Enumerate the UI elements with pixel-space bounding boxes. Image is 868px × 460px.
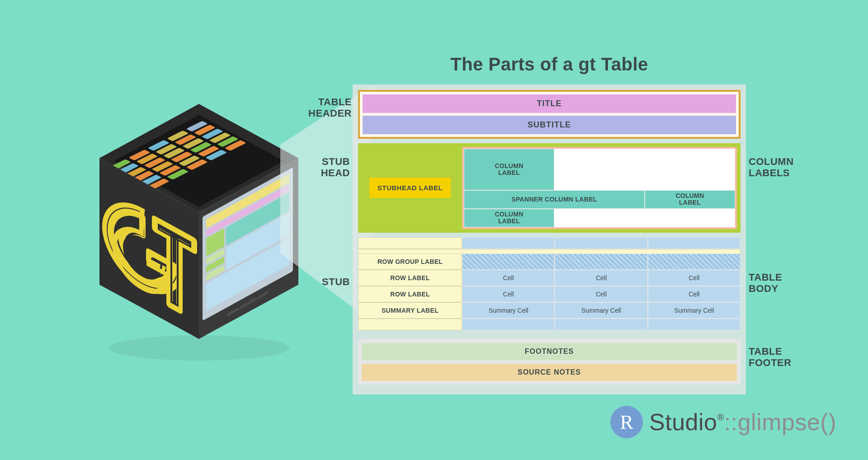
column-label-3: COLUMNLABEL [464,149,554,190]
summary-cell: Summary Cell [555,302,647,319]
sourcenotes-bar: SOURCE NOTES [362,364,737,381]
row-label: ROW LABEL [358,286,462,302]
table-body-grid: ROW GROUP LABEL ROW LABEL Cell Cell Cell… [358,237,741,335]
footnotes-bar: FOOTNOTES [362,343,737,360]
cell: Cell [648,286,741,302]
rstudio-glimpse-logo: R Studio®::glimpse() [610,406,836,438]
svg-point-44 [108,335,289,361]
cell: Cell [462,286,555,302]
side-label-table-body: TABLEBODY [741,272,782,295]
column-label-1: COLUMNLABEL [645,190,735,209]
hatch-cell [462,253,555,270]
r-logo-icon: R [610,406,643,438]
row-group-label: ROW GROUP LABEL [358,253,462,270]
diagram-body: TABLEHEADER TITLE SUBTITLE STUBHEAD STUB… [353,84,746,394]
brand-text: Studio®::glimpse() [649,408,836,436]
side-label-column-labels: COLUMNLABELS [741,156,794,179]
hatch-cell [648,253,741,270]
side-label-table-header: TABLEHEADER [308,96,360,119]
column-labels-block: COLUMNLABELS SPANNER COLUMN LABEL COLUMN… [462,143,741,233]
subtitle-bar: SUBTITLE [363,116,736,134]
gt-cube-illustration: www.rstudio.com [86,95,312,366]
cell: Cell [555,286,647,302]
table-footer-block: TABLEFOOTER FOOTNOTES SOURCE NOTES [358,339,741,385]
side-label-stubhead: STUBHEAD [321,156,358,179]
table-header-block: TABLEHEADER TITLE SUBTITLE [358,90,741,139]
cell: Cell [462,270,555,286]
side-label-table-footer: TABLEFOOTER [741,346,792,369]
gt-parts-diagram: The Parts of a gt Table TABLEHEADER TITL… [353,54,746,394]
summary-label: SUMMARY LABEL [358,302,462,319]
cell: Cell [555,270,647,286]
diagram-title: The Parts of a gt Table [353,54,746,75]
summary-cell: Summary Cell [648,302,741,319]
cell: Cell [648,270,741,286]
row-label: ROW LABEL [358,270,462,286]
title-bar: TITLE [363,94,736,113]
column-label-2: COLUMNLABEL [464,209,554,227]
side-label-stub: STUB [322,276,358,287]
stubhead-block: STUBHEAD STUBHEAD LABEL [358,143,462,233]
summary-cell: Summary Cell [462,302,555,319]
spanner-column-label: SPANNER COLUMN LABEL [464,190,645,209]
hatch-cell [555,253,647,270]
stubhead-label: STUBHEAD LABEL [369,178,451,198]
